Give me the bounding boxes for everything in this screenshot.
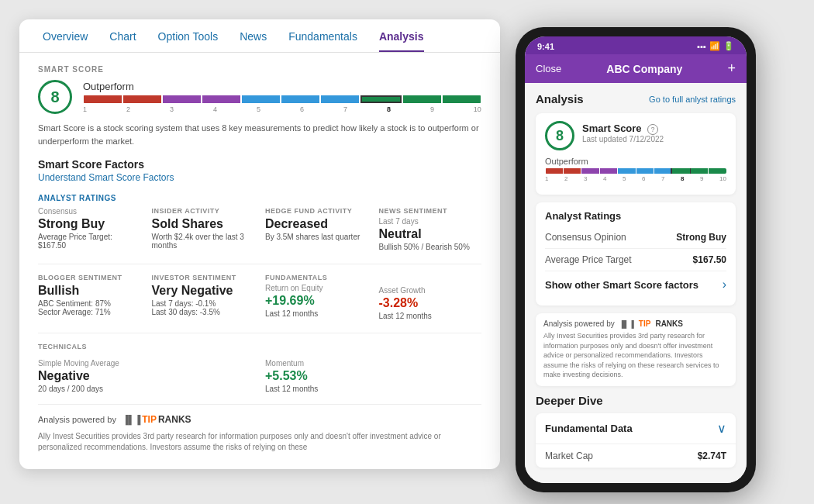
chevron-right-icon: › <box>723 278 726 292</box>
tab-news[interactable]: News <box>240 30 267 52</box>
tab-overview[interactable]: Overview <box>43 30 88 52</box>
momentum-value: +5.53% <box>265 369 481 383</box>
phone-tip: TIP <box>639 319 651 328</box>
phone-powered-text: Analysis powered by <box>543 319 615 328</box>
bar-seg-4 <box>202 95 240 103</box>
news-label: NEWS SENTIMENT <box>379 207 482 215</box>
bar-seg-3 <box>163 95 201 103</box>
market-cap-value: $2.74T <box>698 450 726 461</box>
factors-grid-technicals: Simple Moving Average Negative 20 days /… <box>38 359 481 393</box>
sma-value: Negative <box>38 369 254 383</box>
sma-col: Simple Moving Average Negative 20 days /… <box>38 359 254 393</box>
consensus-row: Consensus Opinion Strong Buy <box>545 226 726 249</box>
market-cap-label: Market Cap <box>545 450 593 461</box>
phone-bar-seg-1 <box>546 168 563 174</box>
phone-bar-numbers: 12345678910 <box>545 175 726 182</box>
smart-score-row: 8 Outperform <box>38 80 481 114</box>
tab-chart[interactable]: Chart <box>109 30 136 52</box>
fundamentals-label: FUNDAMENTALS <box>265 274 368 281</box>
price-target-label: Average Price Target <box>545 254 632 265</box>
fundamental-data-header[interactable]: Fundamental Data ∨ <box>536 413 736 444</box>
nav-tabs: Overview Chart Option Tools News Fundame… <box>19 19 500 53</box>
phone-bar-seg-4 <box>600 168 617 174</box>
factors-grid-bottom: TECHNICALS <box>38 343 481 353</box>
disclaimer: Ally Invest Securities provides 3rd part… <box>38 431 481 453</box>
momentum-col: Momentum +5.53% Last 12 months <box>265 359 481 393</box>
understand-link[interactable]: Understand Smart Score Factors <box>38 172 481 183</box>
analyst-ratings-card: Analyst Ratings Consensus Opinion Strong… <box>536 202 736 306</box>
phone-disclaimer: Ally Invest Securities provides 3rd part… <box>543 331 728 380</box>
score-bar-wrap: Outperform 12345678910 <box>83 81 481 113</box>
show-more-row[interactable]: Show other Smart Score factors › <box>545 271 726 298</box>
bar-seg-1 <box>84 95 122 103</box>
phone-bar-seg-8 <box>672 168 689 174</box>
roe-sub: Last 12 months <box>265 309 368 318</box>
asset-value: -3.28% <box>379 296 482 310</box>
phone-mockup: 9:41 ▪▪▪ 📶 🔋 Close ABC Company + Analysi… <box>516 27 756 492</box>
phone-outperform: Outperform <box>545 157 726 166</box>
investor-col: INVESTOR SENTIMENT Very Negative Last 7 … <box>152 274 255 320</box>
news-sublabel: Last 7 days <box>379 217 482 226</box>
status-icons: ▪▪▪ 📶 🔋 <box>697 41 734 51</box>
phone-screen: 9:41 ▪▪▪ 📶 🔋 Close ABC Company + Analysi… <box>525 36 747 483</box>
price-target-label: Average Price Target: $167.50 <box>38 233 141 250</box>
tab-analysis[interactable]: Analysis <box>379 30 424 52</box>
bar-seg-9 <box>403 95 441 103</box>
signal-icon: ▪▪▪ <box>697 42 706 51</box>
phone-score-circle: 8 <box>545 121 574 150</box>
tab-option-tools[interactable]: Option Tools <box>158 30 219 52</box>
score-bar <box>83 95 481 103</box>
tipranks-tip: TIP <box>142 414 157 425</box>
news-desc: Bullish 50% / Bearish 50% <box>379 243 482 251</box>
blogger-desc1: ABC Sentiment: 87% <box>38 299 141 308</box>
phone-powered-row: Analysis powered by ▐▌▐ TIP RANKS <box>543 319 728 328</box>
score-circle: 8 <box>38 80 72 114</box>
momentum-sub: Last 12 months <box>265 385 481 393</box>
outperform-text: Outperform <box>83 81 481 92</box>
tipranks-ranks: RANKS <box>158 414 191 425</box>
tab-fundamentals[interactable]: Fundamentals <box>288 30 357 52</box>
phone-status-bar: 9:41 ▪▪▪ 📶 🔋 <box>525 36 747 54</box>
fundamentals-col: FUNDAMENTALS Return on Equity +19.69% La… <box>265 274 368 320</box>
hedge-col: HEDGE FUND ACTIVITY Decreased By 3.5M sh… <box>265 207 368 251</box>
plus-button[interactable]: + <box>727 60 736 77</box>
full-ratings-link[interactable]: Go to full anlyst ratings <box>649 95 736 104</box>
fundamental-data-title: Fundamental Data <box>545 423 633 434</box>
investor-label: INVESTOR SENTIMENT <box>152 274 255 281</box>
market-cap-row: Market Cap $2.74T <box>536 444 736 468</box>
info-icon[interactable]: ? <box>647 124 658 135</box>
phone-bar-seg-2 <box>564 168 581 174</box>
phone-bar-seg-10 <box>709 168 726 174</box>
phone-smart-score-label: Smart Score <box>582 123 642 134</box>
insider-col: INSIDER ACTIVITY Sold Shares Worth $2.4k… <box>152 207 255 251</box>
analysis-title: Analysis <box>536 92 584 105</box>
desktop-analysis-card: Overview Chart Option Tools News Fundame… <box>19 19 500 469</box>
close-button[interactable]: Close <box>536 63 561 74</box>
phone-ranks: RANKS <box>655 319 683 328</box>
hedge-label: HEDGE FUND ACTIVITY <box>265 207 368 215</box>
phone-score-date: Last updated 7/12/2022 <box>582 135 726 143</box>
asset-label: Asset Growth <box>379 286 482 295</box>
analysis-section-header: Analysis Go to full anlyst ratings <box>536 92 736 105</box>
phone-content[interactable]: Analysis Go to full anlyst ratings 8 Sma… <box>525 83 747 483</box>
bar-seg-2 <box>123 95 161 103</box>
bar-seg-5 <box>242 95 280 103</box>
insider-label: INSIDER ACTIVITY <box>152 207 255 215</box>
roe-label: Return on Equity <box>265 284 368 292</box>
technicals-label: TECHNICALS <box>38 343 178 350</box>
phone-time: 9:41 <box>537 42 554 51</box>
phone-powered-section: Analysis powered by ▐▌▐ TIP RANKS Ally I… <box>536 313 736 386</box>
deeper-dive-title: Deeper Dive <box>536 394 736 407</box>
fundamental-data-accordion: Fundamental Data ∨ Market Cap $2.74T <box>536 413 736 468</box>
news-col: NEWS SENTIMENT Last 7 days Neutral Bulli… <box>379 207 482 251</box>
phone-bar-seg-6 <box>636 168 654 174</box>
divider-3 <box>38 404 481 405</box>
powered-by-row: Analysis powered by ▐▌▐ TIP RANKS <box>38 414 481 425</box>
wifi-icon: 📶 <box>709 41 720 51</box>
momentum-label: Momentum <box>265 359 481 368</box>
phone-tipranks-bar: ▐▌▐ <box>619 320 634 328</box>
blogger-desc2: Sector Average: 71% <box>38 308 141 316</box>
price-target-row: Average Price Target $167.50 <box>545 249 726 271</box>
factors-grid-top: Consensus Strong Buy Average Price Targe… <box>38 207 481 251</box>
score-description: Smart Score is a stock scoring system th… <box>38 122 481 147</box>
